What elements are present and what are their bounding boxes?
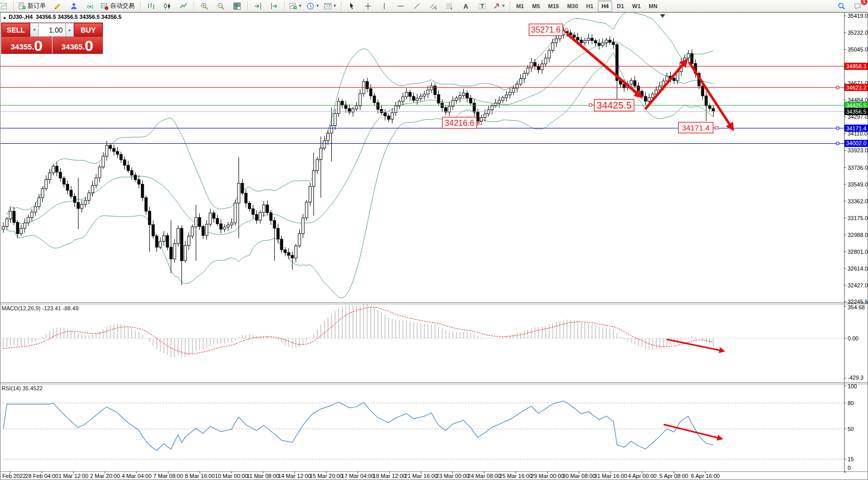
cursor-icon — [348, 2, 356, 10]
timeframe-d1-button[interactable]: D1 — [613, 1, 627, 12]
autotrading-label: 自动交易 — [110, 2, 135, 10]
hline-handle[interactable] — [836, 142, 839, 145]
candlestick-chart-icon — [163, 2, 171, 10]
vertical-line-button[interactable] — [377, 0, 392, 12]
crosshair-button[interactable] — [360, 0, 376, 12]
svg-text:2 Mar 20:00: 2 Mar 20:00 — [90, 473, 120, 479]
svg-text:32801.0: 32801.0 — [848, 249, 868, 255]
svg-text:34171.4: 34171.4 — [682, 123, 709, 132]
svg-text:14 Mar 12:00: 14 Mar 12:00 — [278, 473, 311, 479]
hline-handle[interactable] — [836, 86, 839, 89]
buy-button[interactable]: BUY — [74, 23, 102, 37]
arrows-button[interactable]: ▼ — [491, 0, 507, 12]
cursor-button[interactable] — [344, 0, 359, 12]
templates-button[interactable]: ▼ — [322, 0, 338, 12]
svg-text:35232.0: 35232.0 — [848, 30, 868, 36]
sell-price[interactable]: 34355.0 — [2, 37, 52, 54]
svg-text:24 Mar 08:00: 24 Mar 08:00 — [468, 473, 501, 479]
svg-text:80: 80 — [848, 400, 854, 406]
timeframe-m1-button[interactable]: M1 — [513, 1, 528, 12]
metaeditor-button[interactable] — [50, 0, 65, 12]
volume-increase-button[interactable]: ▲ — [65, 23, 74, 37]
svg-text:28 Feb 04:00: 28 Feb 04:00 — [25, 473, 59, 479]
chevron-down-icon: ▼ — [315, 4, 320, 8]
indicators-button[interactable]: ▼ — [287, 0, 304, 12]
zoom-out-icon — [217, 2, 225, 10]
timeframe-h1-button[interactable]: H1 — [583, 1, 597, 12]
fibonacci-button[interactable]: F — [442, 0, 457, 12]
text-label-icon: T — [478, 2, 486, 10]
hline-handle[interactable] — [836, 127, 839, 129]
toolbar-separator — [13, 2, 14, 11]
timeframe-m30-button[interactable]: M30 — [564, 1, 582, 12]
candlestick-chart-button[interactable] — [160, 0, 175, 12]
svg-text:11 Mar 08:00: 11 Mar 08:00 — [247, 473, 279, 479]
chart-shift-button[interactable] — [267, 0, 282, 12]
text-label-button[interactable]: T — [475, 0, 490, 12]
svg-text:17 Mar 04:00: 17 Mar 04:00 — [341, 473, 375, 479]
horizontal-line-button[interactable] — [393, 0, 408, 12]
price-annotation[interactable]: 35271.6 — [529, 24, 568, 36]
volume-decrease-button[interactable]: ▼ — [30, 23, 39, 37]
svg-text:35271.6: 35271.6 — [531, 25, 561, 34]
chevron-down-icon: ▼ — [298, 4, 302, 8]
toolbar-separator — [194, 2, 194, 11]
svg-text:15 Mar 20:00: 15 Mar 20:00 — [310, 473, 343, 479]
timeframe-h4-button[interactable]: H4 — [598, 1, 612, 12]
new-order-button[interactable]: 新订单 — [16, 0, 49, 12]
text-button[interactable]: A — [458, 0, 474, 12]
fibonacci-icon: F — [445, 2, 454, 10]
buy-price[interactable]: 34365.0 — [52, 37, 103, 54]
price-annotation[interactable]: 34216.6 — [442, 117, 482, 128]
volume-input[interactable]: 1.00 — [39, 23, 65, 37]
timeframe-m15-button[interactable]: M15 — [544, 1, 562, 12]
toolbar-separator — [284, 2, 285, 11]
tile-windows-icon — [233, 2, 241, 10]
new-chart-button[interactable] — [0, 0, 11, 12]
svg-text:5 Apr 08:00: 5 Apr 08:00 — [660, 473, 688, 479]
sell-button[interactable]: SELL — [2, 23, 30, 37]
chart-canvas: 35419.035232.035045.034671.034484.034297… — [0, 0, 868, 480]
timeframe-w1-button[interactable]: W1 — [628, 1, 644, 12]
timeframe-m5-button[interactable]: M5 — [529, 1, 543, 12]
zoom-in-button[interactable] — [197, 0, 212, 12]
svg-text:30 Mar 08:00: 30 Mar 08:00 — [563, 473, 596, 479]
zoom-out-button[interactable] — [213, 0, 228, 12]
autotrading-button[interactable]: 自动交易 — [99, 0, 138, 12]
notifications-button[interactable]: 1 — [850, 0, 865, 12]
indicators-icon — [289, 2, 297, 10]
bar-chart-button[interactable] — [143, 0, 159, 12]
svg-text:25 Mar 16:00: 25 Mar 16:00 — [499, 473, 533, 479]
symbol-period-label: DJ30-,H4 — [9, 14, 33, 20]
svg-text:0.00: 0.00 — [848, 335, 858, 341]
tile-windows-button[interactable] — [229, 0, 245, 12]
svg-text:T: T — [481, 3, 484, 9]
auto-scroll-icon — [254, 2, 262, 10]
signals-button[interactable] — [83, 0, 98, 12]
chart-ohlc-title: ▲DJ30-,H4 34356.5 34356.5 34356.5 34356.… — [3, 14, 121, 20]
metaeditor-icon — [54, 2, 62, 10]
svg-text:0: 0 — [848, 465, 851, 471]
svg-text:34216.6: 34216.6 — [445, 119, 475, 127]
auto-scroll-button[interactable] — [250, 0, 266, 12]
line-chart-button[interactable] — [176, 0, 191, 12]
svg-text:32988.0: 32988.0 — [848, 232, 868, 238]
price-annotation[interactable]: 34425.5 — [589, 99, 634, 111]
svg-text:34623.2: 34623.2 — [846, 85, 866, 91]
equidistant-channel-icon: E — [429, 2, 437, 10]
trendline-button[interactable] — [409, 0, 425, 12]
periods-button[interactable]: ▼ — [305, 0, 321, 12]
community-button[interactable] — [66, 0, 82, 12]
svg-text:21 Mar 16:00: 21 Mar 16:00 — [405, 473, 438, 479]
svg-text:34171.4: 34171.4 — [846, 125, 866, 131]
equidistant-channel-button[interactable]: E — [426, 0, 441, 12]
price-annotation[interactable]: 34171.4 — [678, 122, 718, 133]
ohlc-quotes: 34356.5 34356.5 34356.5 34356.5 — [36, 14, 121, 20]
svg-text:33549.0: 33549.0 — [848, 181, 868, 188]
svg-text:23 Mar 00:00: 23 Mar 00:00 — [436, 473, 469, 479]
svg-text:31 Mar 16:00: 31 Mar 16:00 — [594, 473, 627, 479]
svg-text:18 Mar 12:00: 18 Mar 12:00 — [373, 473, 406, 479]
timeframe-mn-button[interactable]: MN — [645, 1, 661, 12]
collapse-triangle-icon: ▲ — [3, 15, 7, 20]
search-button[interactable] — [834, 0, 849, 12]
